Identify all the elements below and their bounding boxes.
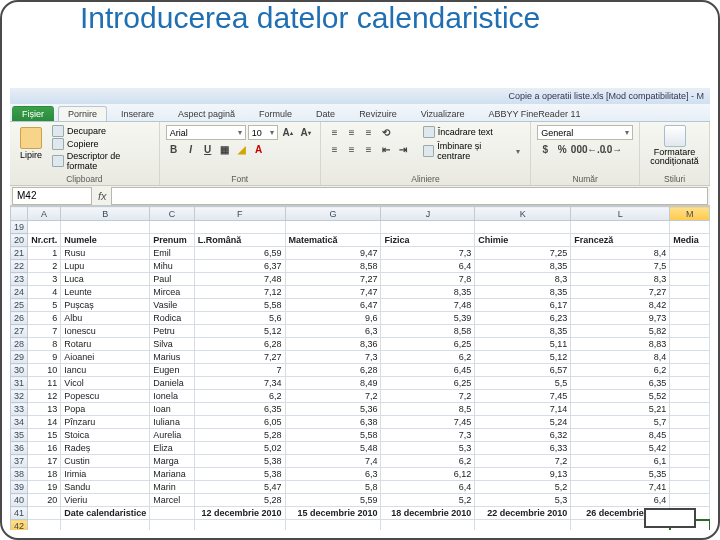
row-header-23[interactable]: 23 <box>11 273 28 286</box>
worksheet-grid[interactable]: ABCFGJKLM1920Nr.crt.NumelePrenumL.Română… <box>10 206 710 530</box>
cell[interactable] <box>27 221 61 234</box>
footer-cell[interactable]: 18 decembrie 2010 <box>381 507 475 520</box>
row-header-42[interactable]: 42 <box>11 520 28 531</box>
row-header-39[interactable]: 39 <box>11 481 28 494</box>
cell[interactable] <box>571 221 670 234</box>
cell[interactable]: 6,45 <box>381 364 475 377</box>
cell[interactable]: 7,4 <box>285 455 381 468</box>
cell[interactable]: 6 <box>27 312 61 325</box>
cell[interactable]: 5,6 <box>194 312 285 325</box>
col-header-C[interactable]: C <box>150 207 194 221</box>
cell[interactable]: 5,35 <box>571 468 670 481</box>
cell[interactable]: 5,21 <box>571 403 670 416</box>
row-header-28[interactable]: 28 <box>11 338 28 351</box>
cell[interactable] <box>670 312 710 325</box>
cell[interactable]: Marcel <box>150 494 194 507</box>
cell[interactable]: 6,3 <box>285 325 381 338</box>
cell[interactable]: 5,12 <box>475 351 571 364</box>
cell[interactable]: Leunte <box>61 286 150 299</box>
cell[interactable]: Aioanei <box>61 351 150 364</box>
cell[interactable]: 7,14 <box>475 403 571 416</box>
cell[interactable]: 5,24 <box>475 416 571 429</box>
row-header-37[interactable]: 37 <box>11 455 28 468</box>
cell[interactable]: Albu <box>61 312 150 325</box>
cell[interactable]: 9,47 <box>285 247 381 260</box>
cell[interactable]: 14 <box>27 416 61 429</box>
cell[interactable]: 7,45 <box>475 390 571 403</box>
border-button[interactable]: ▦ <box>217 142 233 157</box>
cell[interactable] <box>670 390 710 403</box>
cell[interactable]: 8,49 <box>285 377 381 390</box>
cell[interactable] <box>150 520 194 531</box>
cell[interactable]: Iancu <box>61 364 150 377</box>
row-header-27[interactable]: 27 <box>11 325 28 338</box>
footer-cell[interactable] <box>27 507 61 520</box>
row-header-41[interactable]: 41 <box>11 507 28 520</box>
shrink-font-button[interactable]: A▾ <box>298 125 314 140</box>
cell[interactable]: Emil <box>150 247 194 260</box>
currency-button[interactable]: $ <box>537 142 553 157</box>
cell[interactable]: 13 <box>27 403 61 416</box>
row-header-20[interactable]: 20 <box>11 234 28 247</box>
comma-button[interactable]: 000 <box>571 142 587 157</box>
cell[interactable]: 6,17 <box>475 299 571 312</box>
cell[interactable] <box>670 403 710 416</box>
cell[interactable]: 8 <box>27 338 61 351</box>
cell[interactable]: Vasile <box>150 299 194 312</box>
cell[interactable]: 5,39 <box>381 312 475 325</box>
font-size-dropdown[interactable]: 10▾ <box>248 125 278 140</box>
col-header-F[interactable]: F <box>194 207 285 221</box>
cell[interactable]: 8,35 <box>475 260 571 273</box>
cell[interactable]: Paul <box>150 273 194 286</box>
row-header-21[interactable]: 21 <box>11 247 28 260</box>
number-format-dropdown[interactable]: General▾ <box>537 125 633 140</box>
cell[interactable]: 5,42 <box>571 442 670 455</box>
cell[interactable] <box>670 286 710 299</box>
grow-font-button[interactable]: A▴ <box>280 125 296 140</box>
header-cell[interactable]: Fizica <box>381 234 475 247</box>
cell[interactable]: 8,35 <box>475 286 571 299</box>
cell[interactable] <box>670 260 710 273</box>
cell[interactable]: Marius <box>150 351 194 364</box>
footer-cell[interactable] <box>150 507 194 520</box>
cell[interactable]: 5,38 <box>194 455 285 468</box>
cell[interactable]: 7,2 <box>475 455 571 468</box>
cell[interactable]: 6,25 <box>381 377 475 390</box>
cell[interactable]: 6,05 <box>194 416 285 429</box>
cell[interactable]: 5,02 <box>194 442 285 455</box>
cell[interactable]: 7,12 <box>194 286 285 299</box>
cell[interactable]: 6,2 <box>571 364 670 377</box>
col-header-J[interactable]: J <box>381 207 475 221</box>
cell[interactable]: 7,5 <box>571 260 670 273</box>
cell[interactable]: Petru <box>150 325 194 338</box>
cell[interactable]: 5,8 <box>285 481 381 494</box>
cell[interactable]: 7,2 <box>381 390 475 403</box>
tab-abbyy[interactable]: ABBYY FineReader 11 <box>479 106 591 121</box>
cell[interactable]: 6,32 <box>475 429 571 442</box>
cell[interactable]: Pușcaș <box>61 299 150 312</box>
cell[interactable]: Irimia <box>61 468 150 481</box>
cell[interactable]: 7,45 <box>381 416 475 429</box>
bold-button[interactable]: B <box>166 142 182 157</box>
row-header-19[interactable]: 19 <box>11 221 28 234</box>
align-left-button[interactable]: ≡ <box>327 142 343 157</box>
wrap-text-button[interactable]: Încadrare text <box>419 125 524 139</box>
cell[interactable]: 7,3 <box>381 247 475 260</box>
header-cell[interactable]: Nr.crt. <box>27 234 61 247</box>
tab-page-layout[interactable]: Aspect pagină <box>168 106 245 121</box>
cell[interactable]: 7,3 <box>285 351 381 364</box>
cell[interactable] <box>670 325 710 338</box>
cell[interactable]: Silva <box>150 338 194 351</box>
merge-center-button[interactable]: Îmbinare și centrare▾ <box>419 140 524 162</box>
cell[interactable]: 6,4 <box>381 260 475 273</box>
cell[interactable]: 8,42 <box>571 299 670 312</box>
tab-formulas[interactable]: Formule <box>249 106 302 121</box>
tab-data[interactable]: Date <box>306 106 345 121</box>
cell[interactable]: Vieriu <box>61 494 150 507</box>
cell[interactable]: Eliza <box>150 442 194 455</box>
align-middle-button[interactable]: ≡ <box>344 125 360 140</box>
footer-cell[interactable]: 22 decembrie 2010 <box>475 507 571 520</box>
cell[interactable]: 3 <box>27 273 61 286</box>
cell[interactable]: 19 <box>27 481 61 494</box>
cell[interactable]: 8,58 <box>285 260 381 273</box>
